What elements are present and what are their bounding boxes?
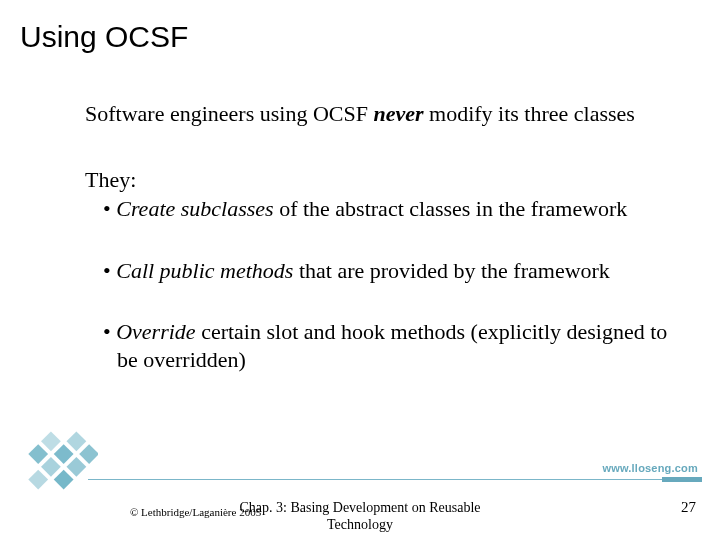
bullet-emphasis: Call public methods [116, 258, 293, 283]
svg-rect-8 [28, 470, 48, 490]
svg-rect-4 [66, 457, 86, 477]
footer: © Lethbridge/Laganière 2005 Chap. 3: Bas… [0, 490, 720, 534]
list-item: Create subclasses of the abstract classe… [103, 195, 680, 223]
svg-rect-1 [79, 444, 98, 464]
svg-rect-2 [41, 431, 61, 451]
lead-sentence: Software engineers using OCSF never modi… [85, 100, 680, 128]
bullet-rest: certain slot and hook methods (explicitl… [117, 319, 667, 372]
page-number: 27 [681, 499, 696, 516]
slide-title: Using OCSF [20, 20, 188, 54]
svg-rect-6 [41, 457, 61, 477]
slide-body: Software engineers using OCSF never modi… [85, 100, 680, 407]
slide: Using OCSF Software engineers using OCSF… [0, 0, 720, 540]
bullet-rest: that are provided by the framework [293, 258, 609, 283]
svg-rect-0 [66, 431, 86, 451]
divider-rule [88, 479, 702, 480]
list-item: Override certain slot and hook methods (… [103, 318, 680, 373]
chapter-label: Chap. 3: Basing Development on Reusable … [210, 500, 510, 534]
bullet-emphasis: Override [116, 319, 195, 344]
lead-pre: Software engineers using OCSF [85, 101, 373, 126]
bullet-emphasis: Create subclasses [116, 196, 273, 221]
bullet-rest: of the abstract classes in the framework [274, 196, 628, 221]
svg-rect-3 [54, 444, 74, 464]
they-label: They: [85, 166, 680, 194]
site-url: www.lloseng.com [603, 462, 699, 474]
lead-post: modify its three classes [424, 101, 635, 126]
svg-rect-7 [54, 470, 74, 490]
svg-rect-5 [28, 444, 48, 464]
bullet-list: Create subclasses of the abstract classe… [103, 195, 680, 373]
lead-emphasis: never [373, 101, 423, 126]
list-item: Call public methods that are provided by… [103, 257, 680, 285]
